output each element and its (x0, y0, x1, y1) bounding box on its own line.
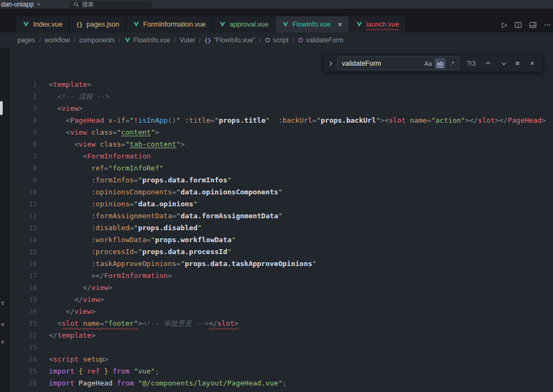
search-icon (74, 2, 79, 7)
tab-FormInformation.vue[interactable]: FormInformation.vue (126, 16, 213, 33)
line-number: 17 (10, 270, 37, 282)
tab-FlowInfo.vue[interactable]: FlowInfo.vue× (276, 16, 349, 33)
code-line: 4 <PageHead v-if="!isInApp()" :title="pr… (10, 115, 553, 127)
more-actions-icon[interactable]: ⋯ (544, 21, 551, 29)
breadcrumb-item[interactable]: {}"FlowInfo.vue" (205, 36, 256, 44)
breadcrumb-separator: / (74, 36, 75, 44)
breadcrumb-item[interactable]: script (265, 36, 289, 44)
breadcrumb-label: Vuter (180, 36, 195, 44)
code-text: <view> (37, 103, 83, 115)
line-number: 19 (10, 294, 37, 306)
code-text: <FormInformation (37, 150, 151, 162)
breadcrumb-item[interactable]: pages (17, 36, 35, 44)
line-number: 5 (10, 127, 37, 138)
code-text: :formAssignmentData="data.formAssignment… (37, 210, 283, 222)
code-line: 6 <view class="tab-content"> (10, 138, 553, 150)
breadcrumb-item[interactable]: Vuter (180, 36, 195, 44)
code-text: <slot name="footer"><!-- 审批意见 --></slot> (37, 318, 238, 330)
whole-word-icon: ab (437, 60, 444, 67)
code-line: 3 <view> (10, 103, 553, 115)
line-number: 10 (10, 186, 37, 198)
tab-Index.vue[interactable]: Index.vue (16, 16, 69, 33)
line-number: 6 (10, 138, 37, 150)
breadcrumb-item[interactable]: components (79, 36, 115, 44)
chevron-down-icon (37, 2, 41, 5)
left-rail-glyph: e (1, 339, 4, 345)
tab-launch.vue[interactable]: launch.vue (349, 16, 406, 33)
symbol-method-icon (298, 37, 303, 43)
code-text: <script setup> (37, 353, 109, 365)
code-line: 15 :processId="props.data.processId" (10, 246, 553, 258)
code-editor[interactable]: validateForm Aaab.* ?/3 ≡× 1<template>2 … (10, 48, 553, 392)
code-text: ref="formInfoRef" (37, 162, 163, 174)
find-input[interactable]: validateForm Aaab.* (337, 56, 460, 70)
line-number: 21 (10, 318, 37, 330)
breadcrumb-label: components (79, 36, 115, 44)
global-search-box[interactable]: 搜索 (69, 1, 152, 8)
code-line: 9 :formInfos="props.data.formInfos" (10, 174, 553, 186)
toggle-replace-button[interactable] (327, 62, 333, 65)
code-line: 12 :formAssignmentData="data.formAssignm… (10, 210, 553, 222)
split-editor-icon[interactable] (514, 21, 522, 29)
code-text: :processId="props.data.processId" (37, 246, 232, 258)
breadcrumb-label: script (273, 36, 289, 44)
run-icon[interactable]: ▷ (502, 21, 507, 29)
line-number: 1 (10, 79, 37, 91)
symbol-icon (265, 37, 270, 43)
line-number: 9 (10, 174, 37, 186)
code-line: 23 (10, 342, 553, 353)
regex-toggle[interactable]: .* (447, 58, 457, 69)
line-number: 13 (10, 222, 37, 234)
line-number: 22 (10, 330, 37, 342)
code-line: 24<script setup> (10, 353, 553, 365)
code-text: <PageHead v-if="!isInApp()" :title="prop… (37, 115, 546, 127)
vue-icon (133, 21, 139, 28)
close-button[interactable]: × (526, 58, 538, 69)
breadcrumb-item[interactable]: FlowInfo.vue (124, 36, 170, 44)
line-number: 23 (10, 342, 37, 353)
workspace-menu[interactable]: dan-uniapp (0, 1, 39, 8)
tab-pages.json[interactable]: {}pages.json (69, 16, 126, 33)
line-number: 26 (10, 377, 37, 389)
code-text: ></FormInformation> (37, 270, 172, 282)
match-case-icon: Aa (424, 60, 432, 67)
next-match-button[interactable] (497, 58, 508, 69)
code-area: 1<template>2 <!-- 流程 -->3 <view>4 <PageH… (10, 79, 553, 389)
code-text: <template> (37, 79, 91, 91)
match-case-toggle[interactable]: Aa (423, 58, 434, 69)
code-line: 22</template> (10, 330, 553, 342)
find-in-selection-button[interactable]: ≡ (512, 58, 523, 69)
code-line: 19 </view> (10, 294, 553, 306)
line-number: 14 (10, 234, 37, 246)
code-text (37, 342, 49, 353)
line-number: 16 (10, 258, 37, 270)
close-icon[interactable]: × (338, 21, 342, 28)
find-query-text: validateForm (342, 60, 423, 67)
line-number: 3 (10, 103, 37, 115)
line-number: 20 (10, 306, 37, 318)
line-number: 25 (10, 365, 37, 377)
tab-label: launch.vue (366, 21, 399, 28)
left-rail-glyph: e (1, 300, 4, 306)
tab-approval.vue[interactable]: approval.vue (213, 16, 276, 33)
breadcrumb-separator: / (259, 36, 260, 44)
find-actions: ≡× (482, 58, 538, 69)
breadcrumb-item[interactable]: validateForm (298, 36, 344, 44)
code-text: import { ref } from "vue"; (37, 365, 160, 377)
breadcrumb: pages/workflow/components/FlowInfo.vue/V… (0, 33, 553, 48)
code-text: :formInfos="props.data.formInfos" (37, 174, 232, 186)
line-number: 7 (10, 150, 37, 162)
line-number: 18 (10, 282, 37, 294)
editor-row: eee validateForm Aaab.* ?/3 ≡× 1<templat… (0, 48, 553, 392)
code-text: <!-- 流程 --> (37, 91, 110, 103)
customize-layout-icon[interactable] (529, 21, 537, 29)
code-text: :workflowData="props.workflowData" (37, 234, 236, 246)
code-text: </template> (37, 330, 96, 342)
previous-match-button[interactable] (482, 58, 494, 69)
whole-word-toggle[interactable]: ab (435, 58, 446, 69)
line-number: 24 (10, 353, 37, 365)
code-text: <view class="content"> (37, 127, 160, 138)
vscode-window: dan-uniapp 搜索 Index.vue{}pages.jsonFormI… (0, 0, 553, 392)
breadcrumb-item[interactable]: workflow (45, 36, 70, 44)
editor-tab-bar: Index.vue{}pages.jsonFormInformation.vue… (0, 9, 553, 33)
